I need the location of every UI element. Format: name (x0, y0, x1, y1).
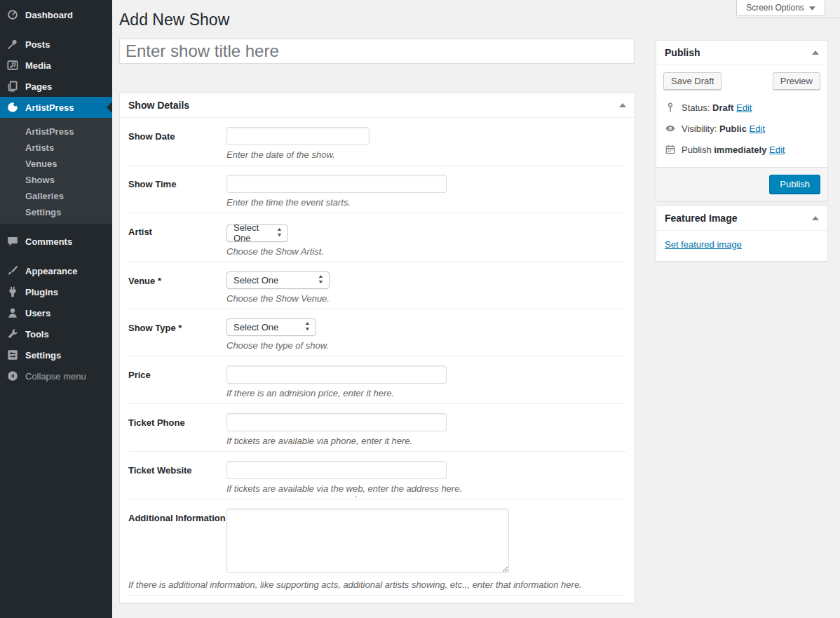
sidebar-item-posts[interactable]: Posts (0, 34, 112, 55)
field-help: Enter the date of the show. (226, 149, 626, 161)
sidebar-item-label: Media (25, 60, 51, 71)
field-row-additional-information: Additional InformationIf there is additi… (128, 499, 626, 596)
visibility-row: Visibility: Public Edit (663, 118, 820, 139)
visibility-text: Visibility: Public Edit (682, 123, 765, 134)
publish-metabox: Publish Save Draft Preview Status: Draft… (656, 40, 828, 201)
settings-icon (6, 349, 19, 361)
submenu-item-shows[interactable]: Shows (0, 171, 112, 187)
metabox-title: Show Details (128, 100, 189, 111)
publish-button[interactable]: Publish (769, 175, 820, 194)
field-row-artist: ArtistSelect OneChoose the Show Artist. (128, 213, 626, 262)
menu-separator (0, 25, 112, 34)
dashboard-icon (6, 8, 19, 21)
publish-header[interactable]: Publish (656, 41, 827, 65)
venue-select[interactable]: Select One (226, 271, 330, 289)
show-details-header[interactable]: Show Details (120, 93, 635, 118)
field-control-area: Enter the date of the show. (226, 127, 626, 161)
sidebar-item-artistpress[interactable]: ArtistPress (0, 97, 112, 118)
field-label: Additional Information (128, 509, 226, 573)
users-icon (6, 307, 19, 319)
calendar-icon (665, 144, 676, 155)
sidebar-item-label: Tools (25, 329, 49, 340)
sidebar-item-comments[interactable]: Comments (0, 231, 112, 252)
featured-image-header[interactable]: Featured Image (656, 206, 827, 231)
ticket-phone-input[interactable] (226, 413, 447, 431)
pushpin-icon (6, 38, 19, 51)
field-help: Enter the time the event starts. (226, 196, 626, 208)
collapse-arrow-icon[interactable] (619, 103, 626, 107)
status-row: Status: Draft Edit (663, 97, 820, 118)
price-input[interactable] (226, 365, 447, 384)
sidebar-item-pages[interactable]: Pages (0, 76, 112, 97)
status-edit-link[interactable]: Edit (736, 102, 752, 113)
save-draft-button[interactable]: Save Draft (663, 72, 722, 90)
featured-image-metabox: Featured Image Set featured image (656, 206, 828, 262)
select-arrows-icon (276, 227, 283, 239)
field-help: Choose the Show Artist. (226, 246, 626, 257)
sidebar-item-plugins[interactable]: Plugins (0, 281, 112, 302)
collapse-arrow-icon[interactable] (812, 51, 819, 55)
visibility-edit-link[interactable]: Edit (750, 123, 765, 134)
select-arrows-icon (318, 274, 324, 286)
field-row-ticket-phone: Ticket PhoneIf tickets are available via… (128, 404, 626, 452)
sidebar-item-users[interactable]: Users (0, 302, 112, 323)
field-label: Ticket Phone (128, 413, 226, 447)
field-control-area: If there is an admision price, enter it … (226, 365, 626, 399)
artist-select[interactable]: Select One (226, 224, 288, 242)
field-label: Show Type * (128, 318, 226, 351)
sidebar-item-appearance[interactable]: Appearance (0, 260, 112, 281)
admin-sidebar: DashboardPostsMediaPagesArtistPressArtis… (0, 0, 112, 618)
plugins-icon (6, 286, 19, 298)
sidebar-item-collapse-menu[interactable]: Collapse menu (0, 365, 112, 387)
show-type-select[interactable]: Select One (226, 318, 316, 336)
sidebar-item-media[interactable]: Media (0, 55, 112, 76)
select-value: Select One (233, 322, 278, 332)
additional-information-textarea[interactable] (226, 509, 509, 573)
content-area: Screen Options Add New Show Show Details… (112, 0, 840, 618)
appearance-icon (6, 264, 19, 277)
field-row-venue: Venue *Select OneChoose the Show Venue. (128, 262, 626, 309)
field-row-show-type: Show Type *Select OneChoose the type of … (128, 309, 626, 356)
preview-button[interactable]: Preview (773, 72, 820, 90)
show-time-input[interactable] (226, 175, 447, 193)
field-label: Venue * (128, 271, 226, 304)
field-row-show-time: Show TimeEnter the time the event starts… (128, 166, 626, 213)
submenu-item-artists[interactable]: Artists (0, 139, 112, 155)
sidebar-item-label: Comments (25, 236, 72, 247)
sidebar-item-dashboard[interactable]: Dashboard (0, 4, 112, 25)
post-status-icon (665, 102, 676, 113)
show-date-input[interactable] (226, 127, 370, 145)
field-help: Choose the Show Venue. (226, 293, 626, 304)
show-title-input[interactable] (119, 38, 635, 64)
screen-meta-divider (733, 18, 840, 18)
stray-dot: . (355, 490, 357, 499)
sidebar-item-label: Dashboard (25, 10, 73, 20)
field-help: If there is an admision price, enter it … (226, 387, 626, 399)
media-icon (6, 59, 19, 72)
sidebar-item-settings[interactable]: Settings (0, 344, 112, 365)
sidebar-item-label: Settings (25, 350, 61, 361)
visibility-icon (665, 123, 676, 134)
field-help: If tickets are available via phone, ente… (226, 435, 626, 447)
ticket-website-input[interactable] (226, 461, 447, 479)
sidebar-item-label: Posts (25, 39, 50, 50)
field-help: If tickets are available via the web, en… (226, 483, 626, 495)
status-text: Status: Draft Edit (682, 102, 752, 113)
screen-options-tab[interactable]: Screen Options (736, 0, 825, 16)
submenu-item-venues[interactable]: Venues (0, 155, 112, 171)
field-row-price: PriceIf there is an admision price, ente… (128, 356, 626, 404)
set-featured-image-link[interactable]: Set featured image (665, 239, 742, 250)
sidebar-item-label: Users (25, 308, 50, 318)
schedule-edit-link[interactable]: Edit (769, 145, 785, 155)
submenu-item-settings[interactable]: Settings (0, 203, 112, 220)
submenu-item-artistpress[interactable]: ArtistPress (0, 123, 112, 139)
field-label: Ticket Website (128, 461, 226, 495)
field-label: Artist (128, 222, 226, 257)
submenu-item-galleries[interactable]: Galleries (0, 187, 112, 203)
sidebar-item-tools[interactable]: Tools (0, 323, 112, 344)
collapse-arrow-icon[interactable] (812, 216, 819, 220)
show-details-metabox: Show Details Show DateEnter the date of … (119, 93, 635, 603)
field-label: Show Date (128, 127, 226, 161)
select-arrows-icon (304, 321, 311, 333)
menu-separator (0, 252, 112, 260)
